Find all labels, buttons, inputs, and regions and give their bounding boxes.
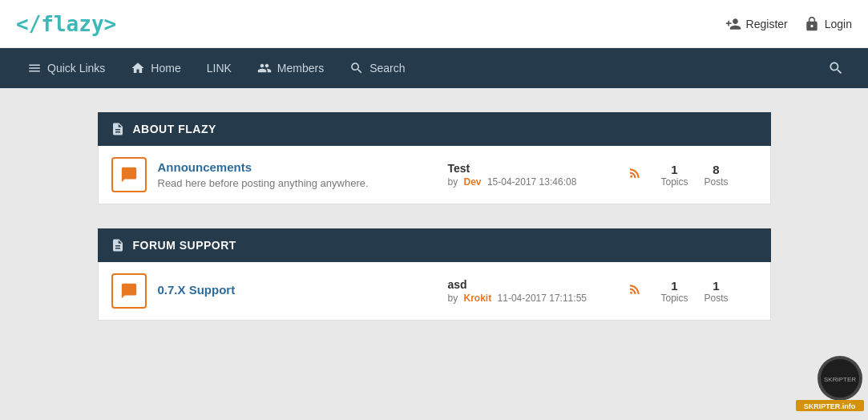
feed-icon-announcements[interactable]	[628, 166, 642, 184]
badge-box: SKRIPTER SKRIPTER.info	[796, 348, 864, 416]
last-post-title-announcements: Test	[448, 162, 608, 175]
login-label: Login	[825, 18, 852, 30]
forum-row-announcements: Announcements Read here before posting a…	[98, 146, 771, 204]
posts-label-07x: Posts	[704, 293, 729, 304]
last-post-date-07x: 11-04-2017 17:11:55	[498, 293, 587, 304]
last-post-user-announcements[interactable]: Dev	[464, 176, 482, 188]
forum-title-07x[interactable]: 0.7.X Support	[158, 283, 236, 297]
members-icon	[257, 61, 272, 75]
stat-posts-announcements: 8 Posts	[704, 163, 729, 188]
nav-home-label: Home	[151, 62, 180, 75]
nav-link-label: LINK	[207, 62, 232, 75]
site-logo: </flazy>	[16, 12, 116, 36]
last-post-user-07x[interactable]: Krokit	[464, 293, 492, 304]
section-icon-support	[111, 238, 125, 252]
nav-link[interactable]: LINK	[196, 48, 243, 88]
last-post-meta-07x: by Krokit 11-04-2017 17:11:55	[448, 293, 608, 304]
login-link[interactable]: Login	[804, 16, 852, 32]
top-right-nav: Register Login	[725, 16, 852, 32]
forum-row-07x: 0.7.X Support asd by Krokit 11-04-2017 1…	[98, 262, 771, 321]
stat-posts-07x: 1 Posts	[704, 279, 729, 304]
nav-quicklinks-label: Quick Links	[47, 62, 105, 75]
register-label: Register	[746, 18, 788, 30]
main-content: ABOUT FLAZY Announcements Read here befo…	[90, 112, 779, 321]
last-post-by-label: by	[448, 176, 458, 188]
nav-search[interactable]: Search	[338, 48, 416, 88]
stat-topics-announcements: 1 Topics	[661, 163, 688, 188]
top-bar: </flazy> Register Login	[0, 0, 868, 48]
rss-icon	[628, 166, 642, 180]
nav-home[interactable]: Home	[119, 48, 192, 88]
nav-members[interactable]: Members	[246, 48, 335, 88]
forum-info-07x: 0.7.X Support	[158, 283, 437, 300]
nav-quicklinks[interactable]: Quick Links	[16, 48, 116, 88]
forum-stats-announcements: 1 Topics 8 Posts	[661, 163, 757, 188]
feed-icon-07x[interactable]	[628, 282, 642, 300]
search-icon-nav	[349, 61, 364, 75]
forum-icon-announcements	[111, 157, 147, 192]
rss-icon-07x	[628, 282, 642, 297]
stat-topics-07x: 1 Topics	[661, 279, 688, 304]
menu-icon	[27, 61, 42, 75]
svg-text:SKRIPTER: SKRIPTER	[824, 376, 856, 383]
last-post-meta-announcements: by Dev 15-04-2017 13:46:08	[448, 176, 608, 188]
topics-count-07x: 1	[671, 279, 677, 293]
login-icon	[804, 16, 820, 32]
section-icon-about	[111, 122, 125, 136]
svg-text:SKRIPTER.info: SKRIPTER.info	[804, 402, 856, 410]
nav-bar: Quick Links Home LINK Members Search	[0, 48, 868, 88]
last-post-07x: asd by Krokit 11-04-2017 17:11:55	[448, 278, 608, 304]
chat-icon	[120, 166, 138, 184]
section-forum-support: FORUM SUPPORT 0.7.X Support asd by Kroki…	[98, 228, 771, 321]
search-icon-right	[828, 60, 844, 76]
section-about-flazy: ABOUT FLAZY Announcements Read here befo…	[98, 112, 771, 204]
register-link[interactable]: Register	[725, 16, 788, 32]
forum-info-announcements: Announcements Read here before posting a…	[158, 160, 437, 189]
last-post-date-announcements: 15-04-2017 13:46:08	[487, 176, 576, 188]
watermark-badge: SKRIPTER SKRIPTER.info	[788, 340, 868, 420]
nav-search-label: Search	[369, 62, 405, 75]
forum-desc-announcements: Read here before posting anything anywhe…	[158, 177, 437, 189]
home-icon	[131, 61, 145, 75]
section-header-support: FORUM SUPPORT	[98, 228, 771, 262]
section-title-support: FORUM SUPPORT	[133, 239, 236, 252]
posts-count-07x: 1	[713, 279, 719, 293]
posts-label-announcements: Posts	[704, 176, 729, 188]
forum-stats-07x: 1 Topics 1 Posts	[661, 279, 757, 304]
forum-icon-07x	[111, 273, 147, 309]
last-post-announcements: Test by Dev 15-04-2017 13:46:08	[448, 162, 608, 188]
nav-search-button[interactable]	[820, 60, 852, 76]
topics-label-07x: Topics	[661, 293, 688, 304]
posts-count-announcements: 8	[713, 163, 719, 176]
badge-graphic: SKRIPTER SKRIPTER.info	[796, 348, 864, 416]
section-title-about: ABOUT FLAZY	[133, 123, 216, 135]
chat-icon-07x	[120, 282, 138, 300]
topics-count-announcements: 1	[671, 163, 677, 176]
register-icon	[725, 16, 741, 32]
nav-members-label: Members	[277, 62, 324, 75]
forum-title-announcements[interactable]: Announcements	[158, 160, 252, 174]
section-header-about: ABOUT FLAZY	[98, 112, 771, 146]
last-post-title-07x: asd	[448, 278, 608, 291]
topics-label-announcements: Topics	[661, 176, 688, 188]
last-post-by-label-07x: by	[448, 293, 458, 304]
